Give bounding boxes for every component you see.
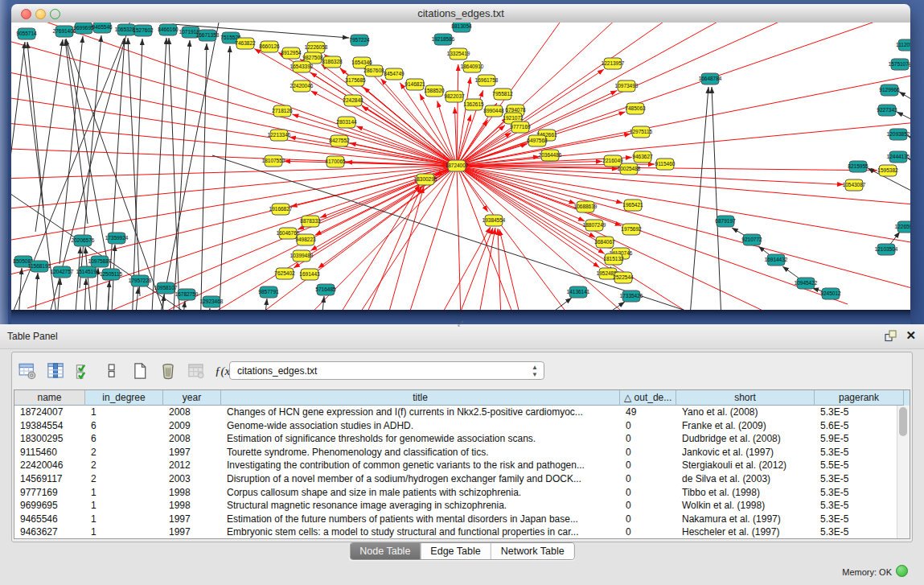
column-header-name[interactable]: name: [14, 390, 85, 406]
graph-node[interactable]: 16961758: [475, 75, 499, 86]
graph-node[interactable]: 8427552: [329, 135, 350, 146]
graph-node[interactable]: 12093852: [887, 129, 910, 140]
graph-node[interactable]: 4170065: [325, 156, 346, 167]
float-panel-icon[interactable]: [884, 329, 897, 343]
graph-node[interactable]: 12444135: [887, 151, 910, 163]
graph-node[interactable]: 9498223: [295, 234, 316, 245]
graph-node[interactable]: 2242848: [343, 95, 363, 106]
table-row[interactable]: 969969511998Structural magnetic resonanc…: [14, 499, 910, 513]
graph-node[interactable]: 9115460: [655, 159, 676, 170]
graph-node[interactable]: 9777169: [510, 122, 531, 133]
graph-node[interactable]: 15145194: [76, 266, 100, 278]
graph-node[interactable]: 10543087: [843, 179, 866, 191]
column-header-year[interactable]: year: [163, 390, 221, 406]
graph-node[interactable]: 15751074: [889, 59, 910, 70]
graph-node[interactable]: 8660126: [259, 41, 280, 52]
graph-node[interactable]: 2803144: [336, 117, 357, 128]
column-header-short[interactable]: short: [676, 390, 815, 406]
table-row[interactable]: 946554611997Estimation of the future num…: [14, 513, 910, 526]
graph-node[interactable]: 9210772: [741, 234, 762, 245]
table-row[interactable]: 2242004622012Investigating the contribut…: [14, 459, 910, 472]
graph-node[interactable]: 19218586: [432, 34, 455, 45]
table-row[interactable]: 946362711997Embryonic stem cells: a mode…: [14, 525, 910, 539]
graph-node[interactable]: 20364486: [539, 150, 562, 161]
graph-node[interactable]: 12265912: [895, 221, 910, 233]
graph-node[interactable]: 3175685: [345, 75, 366, 86]
graph-node[interactable]: 9227343: [877, 105, 897, 116]
table-dropdown[interactable]: citations_edges.txt ▲▼: [229, 361, 544, 380]
graph-node[interactable]: 17335426: [620, 290, 643, 302]
graph-node[interactable]: 11568191: [28, 261, 51, 272]
column-header-in_degree[interactable]: in_degree: [85, 390, 163, 406]
graph-node[interactable]: 18300295: [414, 174, 437, 185]
graph-node[interactable]: 16782759: [175, 289, 199, 300]
graph-node[interactable]: 9857791: [258, 286, 279, 298]
graph-node[interactable]: 10399489: [290, 250, 314, 262]
table-row[interactable]: 1456911722003Disruption of a novel membe…: [14, 472, 910, 486]
graph-node[interactable]: 11120547: [896, 39, 910, 51]
delete-column-icon[interactable]: [158, 360, 179, 381]
graph-node[interactable]: 10688639: [574, 201, 598, 212]
column-header-pagerank[interactable]: pagerank: [815, 390, 904, 406]
column-visibility-icon[interactable]: [45, 360, 66, 381]
graph-node[interactable]: 16648784: [699, 73, 722, 84]
graph-node[interactable]: 1527602: [133, 25, 154, 36]
graph-node[interactable]: 6497568: [527, 135, 548, 146]
graph-node[interactable]: 18807249: [583, 220, 606, 231]
graph-node[interactable]: 8186328: [322, 56, 343, 68]
graph-node[interactable]: 12505115: [100, 269, 123, 280]
graph-node[interactable]: 18640910: [461, 61, 484, 72]
graph-node[interactable]: 12226058: [305, 42, 328, 53]
graph-node[interactable]: 7957224: [349, 35, 370, 46]
graph-node[interactable]: 9055714: [16, 28, 37, 39]
graph-node[interactable]: 19384554: [483, 215, 506, 226]
graph-node[interactable]: 16671358: [196, 30, 220, 41]
graph-node[interactable]: 1815132: [603, 253, 624, 265]
network-canvas[interactable]: 9055714276914069699695946554610653287152…: [11, 23, 910, 310]
table-options-icon[interactable]: [17, 360, 38, 381]
graph-node[interactable]: 10973493: [615, 80, 639, 92]
graph-node[interactable]: 12213957: [602, 58, 625, 69]
graph-node[interactable]: 16543392: [290, 61, 314, 72]
close-panel-icon[interactable]: ✕: [906, 328, 916, 343]
row-options-icon[interactable]: [101, 360, 122, 381]
graph-node[interactable]: 8466160: [158, 24, 179, 35]
column-header-title[interactable]: title: [221, 390, 620, 406]
graph-node[interactable]: 2522544: [613, 272, 634, 283]
graph-node[interactable]: 10958107: [154, 282, 178, 294]
graph-node[interactable]: 1362615: [463, 99, 484, 110]
create-column-icon[interactable]: [129, 360, 150, 381]
scrollbar-thumb[interactable]: [899, 407, 907, 436]
panel-resize-handle[interactable]: ⤢: [458, 319, 463, 328]
graph-node[interactable]: 12975115: [630, 126, 653, 138]
graph-node[interactable]: 16914432: [765, 254, 788, 266]
graph-node[interactable]: 20206576: [72, 235, 95, 246]
graph-node[interactable]: 7463822: [235, 38, 256, 49]
graph-node[interactable]: 9463627: [632, 151, 653, 163]
graph-node[interactable]: 2867608: [363, 65, 384, 76]
graph-node[interactable]: 2718126: [272, 105, 293, 117]
table-row[interactable]: 1830029562008Estimation of significance …: [14, 432, 910, 446]
graph-node[interactable]: 12042757: [51, 266, 74, 278]
graph-node[interactable]: 10025488: [618, 163, 641, 175]
graph-node[interactable]: 9146821: [405, 79, 425, 90]
tab-node-table[interactable]: Node Table: [350, 543, 420, 559]
graph-node[interactable]: 8454749: [384, 68, 405, 80]
graph-node[interactable]: 6879197: [715, 216, 736, 227]
table-scrollbar[interactable]: [897, 406, 910, 538]
graph-node[interactable]: 8912954: [281, 47, 302, 59]
tab-edge-table[interactable]: Edge Table: [420, 543, 490, 559]
graph-node[interactable]: 3684067: [594, 237, 615, 248]
graph-node[interactable]: 8990448: [483, 105, 504, 117]
graph-node[interactable]: 9129966: [879, 84, 900, 96]
graph-node[interactable]: 7955812: [492, 89, 513, 100]
graph-node[interactable]: 18107552: [262, 155, 285, 167]
graph-node[interactable]: 9245012: [820, 288, 841, 299]
graph-node[interactable]: 10945422: [795, 278, 818, 289]
graph-node[interactable]: 7625402: [274, 268, 295, 279]
graph-node[interactable]: 9699695: [73, 23, 94, 34]
graph-node[interactable]: 17359924: [105, 233, 129, 244]
graph-node[interactable]: 1975692: [621, 224, 642, 235]
node-table[interactable]: namein_degreeyeartitle△ out_de...shortpa…: [14, 389, 910, 539]
graph-node[interactable]: 8878333: [300, 216, 321, 227]
